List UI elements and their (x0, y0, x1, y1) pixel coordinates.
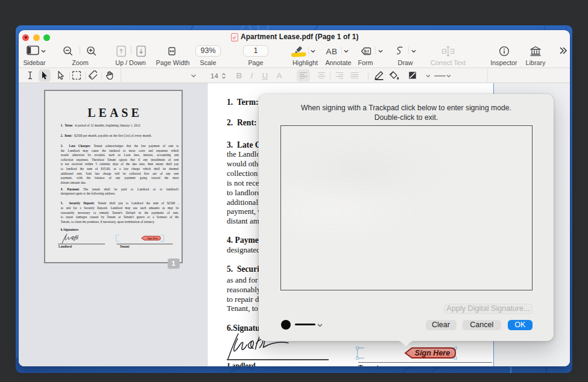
svg-text:Sign Here: Sign Here (414, 349, 449, 357)
svg-text:Sign Here: Sign Here (147, 237, 158, 240)
